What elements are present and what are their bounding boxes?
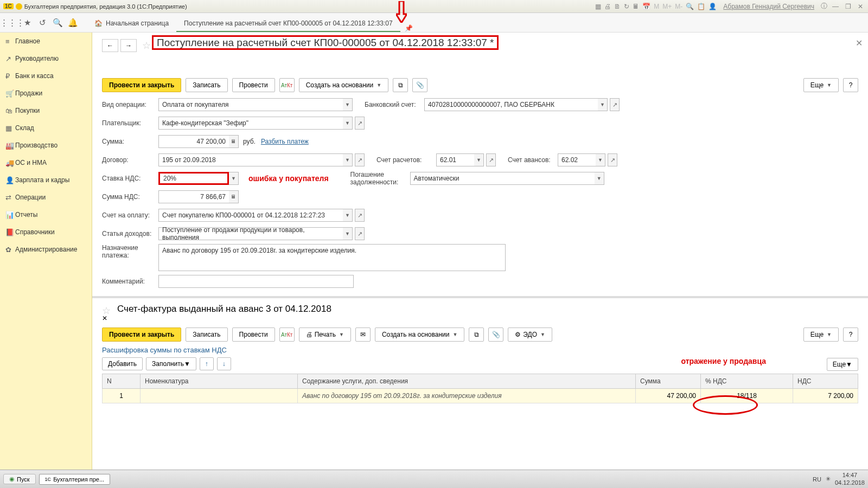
open-icon[interactable]: ↗ [355,117,365,130]
sum-field[interactable]: 47 200,00 [158,135,229,148]
dropdown-icon[interactable]: ▼ [343,117,353,130]
search-icon[interactable]: 🔍 [50,15,65,30]
current-user[interactable]: Абрамов Геннадий Сергеевич [723,3,814,10]
doc-icon[interactable]: 🗎 [614,3,621,10]
calendar-icon[interactable]: 📅 [642,3,650,10]
open-icon[interactable]: ↗ [608,153,617,166]
sidebar-item-payroll[interactable]: 👤Зарплата и кадры [0,171,92,189]
zoom-icon[interactable]: 🔍 [686,3,694,10]
close-window-button[interactable]: ✕ [856,3,865,10]
tab-document[interactable]: Поступление на расчетный счет КП00-00000… [176,16,400,32]
calc-icon[interactable]: 🖩 [633,3,639,10]
sidebar-item-reports[interactable]: 📊Отчеты [0,206,92,223]
m-icon[interactable]: M [654,3,659,10]
save-button[interactable]: Записать [186,78,227,92]
comment-field[interactable] [158,275,354,288]
help-button[interactable]: ? [843,78,858,92]
add-row-button[interactable]: Добавить [102,357,143,370]
apps-icon[interactable]: ⋮⋮⋮ [4,15,20,30]
dropdown-icon[interactable]: ▼ [598,98,608,111]
back-button[interactable]: ← [102,39,118,52]
grid-icon[interactable]: ▦ [595,3,601,10]
minimize-button[interactable]: — [831,3,840,10]
more-button[interactable]: Еще▼ [803,328,839,342]
debt-field[interactable]: Автоматически [410,172,595,185]
cell-vat-pct[interactable]: 18/118 [701,389,793,403]
move-down-button[interactable]: ↓ [217,357,231,370]
acc-calc-field[interactable]: 62.01 [436,153,474,166]
sidebar-item-operations[interactable]: ⇄Операции [0,189,92,206]
op-type-field[interactable]: Оплата от покупателя [158,98,343,111]
restore-button[interactable]: ❐ [844,3,853,10]
col-sum[interactable]: Сумма [636,374,701,389]
acc-adv-field[interactable]: 62.02 [558,153,596,166]
open-icon[interactable]: ↗ [355,209,365,222]
close-panel-button[interactable]: ✕ [102,314,858,322]
col-vat[interactable]: НДС [793,374,858,389]
attach-button[interactable]: 📎 [488,328,503,342]
sidebar-item-references[interactable]: 📕Справочники [0,223,92,241]
edo-button[interactable]: ⚙ ЭДО▼ [508,328,552,342]
post-and-close-button[interactable]: Провести и закрыть [102,328,181,342]
bank-acc-field[interactable]: 40702810000000000007, ПАО СБЕРБАНК [424,98,598,111]
m-plus-icon[interactable]: M+ [662,3,672,10]
pin-icon[interactable]: 📌 [405,24,413,32]
sidebar-item-production[interactable]: 🏭Производство [0,137,92,154]
sidebar-item-bank[interactable]: ₽Банк и касса [0,67,92,85]
favorite-star-icon[interactable]: ☆ [102,305,111,317]
help-button[interactable]: ? [843,328,858,342]
cell-n[interactable]: 1 [103,389,141,403]
col-vat-pct[interactable]: % НДС [701,374,793,389]
clock[interactable]: 14:47 04.12.2018 [835,472,865,486]
dropdown-icon[interactable]: ▼ [229,172,239,185]
email-button[interactable]: ✉ [355,328,371,342]
bell-icon[interactable]: 🔔 [65,15,80,30]
payer-field[interactable]: Кафе-кондитерская "Зефир" [158,117,343,130]
sidebar-item-sales[interactable]: 🛒Продажи [0,85,92,102]
col-n[interactable]: N [103,374,141,389]
clipboard-icon[interactable]: 📋 [697,3,705,10]
table-row[interactable]: 1 Аванс по договору 195 от 20.09.2018г. … [103,389,858,403]
purpose-textarea[interactable]: Аванс по договору 195 от 20.09.2018г. за… [158,244,506,271]
refresh-icon[interactable]: ↻ [624,3,629,10]
sidebar-item-main[interactable]: ≡Главное [0,33,92,50]
calc-icon[interactable]: 🖩 [229,190,239,203]
start-button[interactable]: ◉Пуск [3,474,36,484]
col-nomenclature[interactable]: Номенклатура [141,374,298,389]
structure-button[interactable]: ⧉ [469,328,484,342]
sidebar-item-purchases[interactable]: 🛍Покупки [0,102,92,119]
print-button[interactable]: 🖨 Печать▼ [299,328,351,342]
dropdown-icon[interactable]: ▼ [595,172,604,185]
save-button[interactable]: Записать [186,328,227,342]
cell-nomenclature[interactable] [141,389,298,403]
close-panel-button[interactable]: ✕ [856,38,863,48]
attach-button[interactable]: 📎 [412,78,427,92]
calc-icon[interactable]: 🖩 [229,135,239,148]
info-icon[interactable]: ⓘ [821,2,827,11]
cell-description[interactable]: Аванс по договору 195 от 20.09.2018г. за… [298,389,636,403]
open-icon[interactable]: ↗ [355,153,365,166]
create-based-on-button[interactable]: Создать на основании▼ [375,328,464,342]
open-icon[interactable]: ↗ [486,153,496,166]
sidebar-item-assets[interactable]: 🚚ОС и НМА [0,154,92,171]
cell-vat[interactable]: 7 200,00 [793,389,858,403]
cell-sum[interactable]: 47 200,00 [636,389,701,403]
printer-icon[interactable]: 🖨 [604,3,611,10]
favorite-icon[interactable]: ★ [20,15,35,30]
post-button[interactable]: Провести [232,78,275,92]
fill-button[interactable]: Заполнить ▼ [146,357,196,370]
taskbar-app-1c[interactable]: 1CБухгалтерия пре... [39,474,110,485]
dr-cr-button[interactable]: АтКт [279,328,295,342]
open-icon[interactable]: ↗ [610,98,620,111]
m-minus-icon[interactable]: M- [675,3,682,10]
dropdown-icon[interactable]: ▼ [343,209,353,222]
vat-rate-field[interactable]: 20% [158,172,229,185]
tab-home[interactable]: 🏠 Начальная страница [87,16,176,32]
income-field[interactable]: Поступление от продажи продукции и товар… [158,227,343,240]
post-button[interactable]: Провести [232,328,275,342]
invoice-field[interactable]: Счет покупателю КП00-000001 от 04.12.201… [158,209,343,222]
create-based-on-button[interactable]: Создать на основании▼ [299,78,388,92]
more-button[interactable]: Еще▼ [803,78,839,92]
tray-icon[interactable]: ✳ [826,476,831,483]
structure-button[interactable]: ⧉ [393,78,408,92]
